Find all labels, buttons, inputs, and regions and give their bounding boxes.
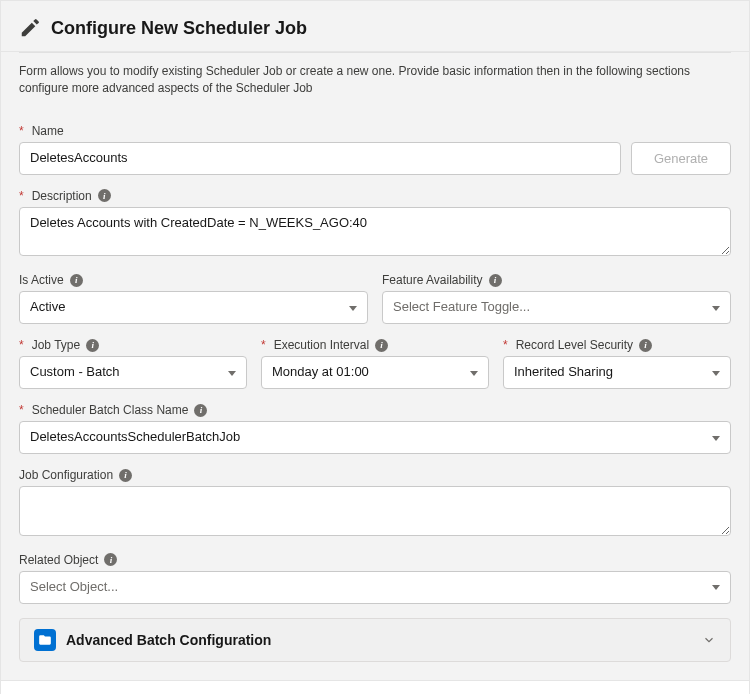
modal-header: Configure New Scheduler Job — [1, 1, 749, 52]
modal-body: Form allows you to modify existing Sched… — [1, 52, 749, 680]
job-type-select[interactable]: Custom - Batch — [19, 356, 247, 389]
info-icon[interactable]: i — [489, 274, 502, 287]
batch-class-select[interactable]: DeletesAccountsSchedulerBatchJob — [19, 421, 731, 454]
is-active-value: Active — [30, 299, 65, 314]
is-active-label-text: Is Active — [19, 273, 64, 287]
feature-availability-label: Feature Availability i — [382, 273, 731, 287]
batch-class-label-text: Scheduler Batch Class Name — [32, 403, 189, 417]
job-configuration-input[interactable] — [19, 486, 731, 536]
chevron-down-icon — [702, 633, 716, 647]
record-level-security-value: Inherited Sharing — [514, 364, 613, 379]
job-configuration-label-text: Job Configuration — [19, 468, 113, 482]
related-object-label: Related Object i — [19, 553, 731, 567]
related-object-label-text: Related Object — [19, 553, 98, 567]
execution-interval-label-text: Execution Interval — [274, 338, 369, 352]
job-configuration-field: Job Configuration i — [19, 468, 731, 539]
is-active-label: Is Active i — [19, 273, 368, 287]
scheduler-job-modal: Configure New Scheduler Job Form allows … — [0, 0, 750, 694]
info-icon[interactable]: i — [104, 553, 117, 566]
is-active-field: Is Active i Active — [19, 273, 368, 324]
job-type-value: Custom - Batch — [30, 364, 120, 379]
modal-footer: Close Save — [1, 680, 749, 694]
feature-availability-label-text: Feature Availability — [382, 273, 483, 287]
feature-availability-select[interactable]: Select Feature Toggle... — [382, 291, 731, 324]
advanced-batch-accordion[interactable]: Advanced Batch Configuration — [19, 618, 731, 662]
job-configuration-label: Job Configuration i — [19, 468, 731, 482]
record-level-security-label-text: Record Level Security — [516, 338, 633, 352]
batch-class-label: Scheduler Batch Class Name i — [19, 403, 731, 417]
batch-class-field: Scheduler Batch Class Name i DeletesAcco… — [19, 403, 731, 454]
job-type-label: Job Type i — [19, 338, 247, 352]
batch-class-value: DeletesAccountsSchedulerBatchJob — [30, 429, 240, 444]
description-label: Description i — [19, 189, 731, 203]
name-label-text: Name — [32, 124, 64, 138]
folder-icon — [34, 629, 56, 651]
record-level-security-field: Record Level Security i Inherited Sharin… — [503, 338, 731, 389]
info-icon[interactable]: i — [194, 404, 207, 417]
is-active-select[interactable]: Active — [19, 291, 368, 324]
description-label-text: Description — [32, 189, 92, 203]
job-type-label-text: Job Type — [32, 338, 80, 352]
execution-interval-value: Monday at 01:00 — [272, 364, 369, 379]
info-icon[interactable]: i — [639, 339, 652, 352]
modal-title: Configure New Scheduler Job — [51, 18, 307, 39]
record-level-security-select[interactable]: Inherited Sharing — [503, 356, 731, 389]
execution-interval-select[interactable]: Monday at 01:00 — [261, 356, 489, 389]
related-object-field: Related Object i Select Object... — [19, 553, 731, 604]
info-icon[interactable]: i — [119, 469, 132, 482]
job-type-field: Job Type i Custom - Batch — [19, 338, 247, 389]
related-object-placeholder: Select Object... — [30, 579, 118, 594]
accordion-title: Advanced Batch Configuration — [66, 632, 692, 648]
info-icon[interactable]: i — [70, 274, 83, 287]
name-label: Name — [19, 124, 731, 138]
related-object-select[interactable]: Select Object... — [19, 571, 731, 604]
description-field: Description i Deletes Accounts with Crea… — [19, 189, 731, 260]
info-icon[interactable]: i — [375, 339, 388, 352]
generate-button[interactable]: Generate — [631, 142, 731, 175]
feature-availability-placeholder: Select Feature Toggle... — [393, 299, 530, 314]
info-icon[interactable]: i — [98, 189, 111, 202]
execution-interval-label: Execution Interval i — [261, 338, 489, 352]
pencil-icon — [19, 17, 41, 39]
name-input[interactable] — [19, 142, 621, 175]
name-field: Name Generate — [19, 124, 731, 175]
record-level-security-label: Record Level Security i — [503, 338, 731, 352]
execution-interval-field: Execution Interval i Monday at 01:00 — [261, 338, 489, 389]
feature-availability-field: Feature Availability i Select Feature To… — [382, 273, 731, 324]
description-input[interactable]: Deletes Accounts with CreatedDate = N_WE… — [19, 207, 731, 257]
info-icon[interactable]: i — [86, 339, 99, 352]
intro-text: Form allows you to modify existing Sched… — [19, 52, 731, 112]
